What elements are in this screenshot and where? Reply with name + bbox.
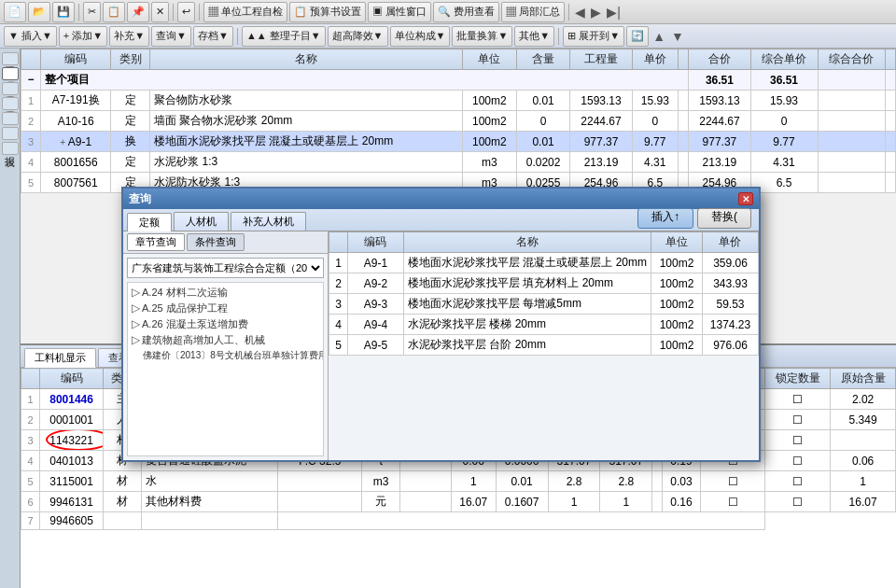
organize-btn[interactable]: ▲▲ 整理子目▼: [242, 26, 326, 47]
sidebar-tab-fees[interactable]: 费用汇总: [2, 127, 19, 140]
row-code-3[interactable]: + A9-1: [41, 132, 111, 152]
toolbar-attr-btn[interactable]: ▣ 属性窗口: [368, 2, 431, 22]
dialog-table-row[interactable]: 5 A9-5 水泥砂浆找平层 台阶 20mm 100m2 976.06: [329, 335, 759, 356]
row-code-5[interactable]: 8007561: [41, 173, 111, 193]
summary-label: 整个项目: [41, 70, 689, 91]
col-qty: 含量: [516, 49, 570, 70]
lrow-lock-6: ☐: [765, 492, 831, 512]
toolbar-undo-btn[interactable]: ↩: [177, 2, 195, 22]
sidebar-tab-measures[interactable]: 措施项目: [2, 82, 19, 95]
drow-price-1: 359.06: [702, 253, 758, 273]
dleft-tab-chapter[interactable]: 章节查询: [127, 233, 185, 251]
toolbar-local-btn[interactable]: ▦ 局部汇总: [501, 2, 565, 22]
sidebar-tab-other[interactable]: 其他项目: [2, 97, 19, 110]
table-row[interactable]: 1 A7-191换 定 聚合物防水砂浆 100m2 0.01 1593.13 1…: [21, 91, 896, 111]
add-btn[interactable]: + 添加▼: [59, 26, 107, 47]
row-comtotal-1: [818, 91, 885, 111]
lrow-estimate-6: ☐: [700, 492, 765, 512]
sidebar-tab-resources[interactable]: 人材机汇总: [2, 112, 19, 125]
table-row[interactable]: 3 + A9-1 换 楼地面水泥砂浆找平层 混凝土或硬基层上 20mm 100m…: [21, 132, 896, 152]
lrow-spec-5: [278, 471, 362, 492]
dleft-tab-condition[interactable]: 条件查询: [187, 233, 245, 251]
row-total-2: 2244.67: [689, 111, 750, 132]
unit-btn[interactable]: 单位构成▼: [390, 26, 451, 47]
row-empty-1: [678, 91, 688, 111]
drow-unit-5: 100m2: [651, 335, 702, 356]
supplement-btn[interactable]: 补充▼: [109, 26, 149, 47]
arrow-up-btn[interactable]: ▲: [651, 29, 667, 44]
dialog-table-row[interactable]: 1 A9-1 楼地面水泥砂浆找平层 混凝土或硬基层上 20mm 100m2 35…: [329, 253, 759, 273]
nav-end-btn[interactable]: ▶|: [605, 5, 623, 20]
lrow-code-7[interactable]: 9946605: [40, 512, 104, 530]
drow-price-2: 343.93: [702, 273, 758, 294]
col-type: 类别: [111, 49, 150, 70]
dialog-table-row[interactable]: 3 A9-3 楼地面水泥砂浆找平层 每增减5mm 100m2 59.53: [329, 294, 759, 315]
lrow-code-6[interactable]: 9946131: [40, 492, 104, 512]
toolbar-open-btn[interactable]: 📂: [28, 2, 50, 22]
sidebar-tab-reports[interactable]: 报表: [2, 142, 19, 155]
dialog-quota-select[interactable]: 广东省建筑与装饰工程综合合定额（201）: [127, 258, 324, 278]
tree-item-a24[interactable]: ▷A.24 材料二次运输: [130, 285, 321, 301]
dialog-tab-resources[interactable]: 人材机: [174, 212, 229, 231]
lrow-num-1: 1: [21, 389, 40, 410]
insert-btn[interactable]: ▼ 插入▼: [4, 26, 57, 47]
row-code-4[interactable]: 8001656: [41, 152, 111, 173]
row-workqty-3: 977.37: [570, 132, 632, 152]
sidebar-tab-overview[interactable]: 工程概况: [2, 52, 19, 65]
tree-item-a26[interactable]: ▷A.26 混凝土泵送增加费: [130, 316, 321, 332]
lrow-num-2: 2: [21, 410, 40, 430]
lrow-code-1[interactable]: 8001446: [40, 389, 104, 410]
toolbar-file-btn[interactable]: 📄: [4, 2, 26, 22]
dialog-insert-btn[interactable]: 插入↑: [637, 208, 693, 229]
dialog-table-row[interactable]: 4 A9-4 水泥砂浆找平层 楼梯 20mm 100m2 1374.23: [329, 315, 759, 335]
tree-item-height[interactable]: ▷建筑物超高增加人工、机械: [130, 332, 321, 348]
refresh-btn[interactable]: 🔄: [626, 26, 649, 47]
toolbar-delete-btn[interactable]: ✕: [151, 2, 169, 22]
dialog-tab-supplement[interactable]: 补充人材机: [231, 212, 306, 231]
lower-table-row[interactable]: 7 9946605: [21, 512, 896, 530]
row-num-3: 3: [21, 132, 41, 152]
batch-btn[interactable]: 批量换算▼: [452, 26, 512, 47]
lrow-code-5[interactable]: 3115001: [40, 471, 104, 492]
toolbar-fee-btn[interactable]: 🔍 费用查看: [433, 2, 499, 22]
archive-btn[interactable]: 存档▼: [193, 26, 233, 47]
other-btn[interactable]: 其他▼: [514, 26, 554, 47]
nav-prev-btn[interactable]: ◀: [573, 5, 587, 20]
nav-next-btn[interactable]: ▶: [589, 5, 603, 20]
table-row[interactable]: 2 A10-16 定 墙面 聚合物水泥砂浆 20mm 100m2 0 2244.…: [21, 111, 896, 132]
tab-labor-machine[interactable]: 工料机显示: [24, 348, 96, 368]
lrow-code-2[interactable]: 0001001: [40, 410, 104, 430]
toolbar-paste-btn[interactable]: 📌: [127, 2, 149, 22]
table-row[interactable]: 4 8001656 定 水泥砂浆 1:3 m3 0.0202 213.19 4.…: [21, 152, 896, 173]
lower-table-row[interactable]: 5 3115001 材 水 m3 1 0.01 2.8 2.8: [21, 471, 896, 492]
arrow-down-btn[interactable]: ▼: [669, 29, 686, 44]
toolbar-second: ▼ 插入▼ + 添加▼ 补充▼ 查询▼ 存档▼ ▲▲ 整理子目▼ 超高降效▼ 单…: [0, 24, 896, 49]
tree-item-a25[interactable]: ▷A.25 成品保护工程: [130, 301, 321, 316]
toolbar-copy-btn[interactable]: 📋: [103, 2, 125, 22]
toolbar-disk-btn[interactable]: 💾: [52, 2, 75, 22]
toolbar-project-check-btn[interactable]: ▦ 单位工程自检: [203, 2, 287, 22]
expand-btn[interactable]: ⊞ 展开到▼: [563, 26, 624, 47]
drow-num-2: 2: [329, 273, 348, 294]
dialog-replace-btn[interactable]: 替换(: [697, 208, 751, 229]
row-total-4: 213.19: [689, 152, 750, 173]
drow-price-4: 1374.23: [702, 315, 758, 335]
row-code-2[interactable]: A10-16: [41, 111, 111, 132]
toolbar-budget-btn[interactable]: 📋 预算书设置: [289, 2, 366, 22]
row-comtotal-4: [818, 152, 885, 173]
col-total: 合价: [689, 49, 750, 70]
lrow-code-3[interactable]: 1143221: [40, 430, 104, 451]
lcol-lock: 锁定数量: [765, 369, 831, 389]
dcol-price: 单价: [702, 232, 758, 253]
dialog-table-row[interactable]: 2 A9-2 楼地面水泥砂浆找平层 填充材料上 20mm 100m2 343.9…: [329, 273, 759, 294]
lower-table-row[interactable]: 6 9946131 材 其他材料费 元 16.07 0.1607 1 1: [21, 492, 896, 512]
row-code-1[interactable]: A7-191换: [41, 91, 111, 111]
height-btn[interactable]: 超高降效▼: [328, 26, 388, 47]
lrow-code-4[interactable]: 0401013: [40, 451, 104, 471]
dialog-tab-quota[interactable]: 定额: [127, 213, 172, 231]
tree-item-foshan[interactable]: 佛建价〔2013〕8号文机械台班单独计算费用: [130, 348, 321, 363]
dialog-close-btn[interactable]: ✕: [738, 192, 753, 205]
toolbar-cut-btn[interactable]: ✂: [83, 2, 101, 22]
sidebar-tab-sections[interactable]: 分部分项: [2, 67, 19, 80]
query-btn[interactable]: 查询▼: [151, 26, 191, 47]
